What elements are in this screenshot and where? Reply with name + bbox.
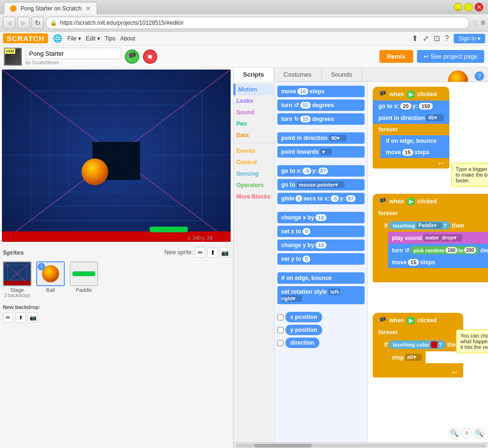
- category-operators[interactable]: Operators: [234, 179, 274, 191]
- category-control[interactable]: Control: [234, 157, 274, 168]
- sprite-thumbnail: v443: [4, 48, 22, 66]
- camera-backdrop-button[interactable]: 📷: [28, 312, 38, 323]
- paddle-sprite-name: Paddle: [76, 287, 92, 293]
- block-goto-xy[interactable]: go to x: -5 y: 87: [277, 165, 365, 177]
- paint-backdrop-button[interactable]: ✏: [3, 312, 13, 323]
- stage-sprite-item[interactable]: Stage 3 backdrops: [3, 261, 31, 298]
- help-icon[interactable]: ?: [445, 34, 449, 43]
- flag-hat-icon-1: 🏴: [378, 90, 386, 98]
- block-move-steps[interactable]: move 10 steps: [277, 86, 365, 97]
- category-motion[interactable]: Motion: [234, 84, 274, 95]
- block-glide[interactable]: glide 1 secs to x: -5 y: 87: [277, 193, 365, 204]
- camera-sprite-button[interactable]: 📷: [220, 247, 230, 258]
- project-author: by Scratchteam: [26, 60, 121, 65]
- category-data[interactable]: Data: [234, 129, 274, 141]
- upload-icon[interactable]: ⬆: [412, 34, 418, 43]
- script-canvas[interactable]: 🏴 when ▶ clicked go to x: 20 y: 150: [368, 82, 488, 442]
- block-set-y[interactable]: set y to 0: [277, 253, 365, 265]
- block-change-y[interactable]: change y by 10: [277, 239, 365, 251]
- tab-title: Pong Starter on Scratch: [20, 5, 81, 12]
- tab-costumes[interactable]: Costumes: [274, 68, 322, 81]
- tab-sounds[interactable]: Sounds: [322, 68, 362, 81]
- block-point-towards[interactable]: point towards ▾: [277, 146, 365, 158]
- category-looks[interactable]: Looks: [234, 95, 274, 107]
- direction-check[interactable]: [277, 340, 284, 346]
- script-group-2: 🏴 when ▶ clicked forever: [373, 194, 488, 282]
- category-sound[interactable]: Sound: [234, 107, 274, 118]
- x-position-check[interactable]: [277, 314, 284, 320]
- script-group-1: 🏴 when ▶ clicked go to x: 20 y: 150: [373, 87, 449, 169]
- upload-backdrop-button[interactable]: ⬆: [15, 312, 26, 323]
- see-project-icon: ↩: [424, 53, 429, 60]
- stage-name: Stage: [10, 287, 24, 293]
- menu-about[interactable]: About: [120, 35, 135, 42]
- zoom-in-button[interactable]: 🔍: [449, 428, 459, 438]
- new-backdrop-label: New backdrop:: [3, 304, 41, 310]
- tab-favicon: [10, 5, 17, 12]
- y-position-check[interactable]: [277, 327, 284, 333]
- paint-sprite-button[interactable]: ✏: [195, 247, 205, 258]
- block-direction[interactable]: direction: [285, 338, 319, 348]
- ball-sprite-name: Ball: [46, 287, 55, 293]
- block-y-position[interactable]: y position: [285, 325, 322, 335]
- flag-icon: 🏴: [127, 52, 137, 61]
- stop-button[interactable]: ⏹: [143, 50, 157, 64]
- upload-sprite-button[interactable]: ⬆: [207, 247, 218, 258]
- block-x-position[interactable]: x position: [285, 312, 322, 322]
- globe-icon[interactable]: 🌐: [53, 34, 62, 43]
- category-events[interactable]: Events: [234, 145, 274, 157]
- block-goto-mouse[interactable]: go to mouse-pointer▾: [277, 179, 365, 190]
- tab-scripts[interactable]: Scripts: [234, 68, 274, 82]
- theater-icon[interactable]: ⊡: [434, 34, 440, 43]
- category-sensing[interactable]: Sensing: [234, 168, 274, 179]
- project-name-input[interactable]: [26, 48, 121, 59]
- category-pen[interactable]: Pen: [234, 118, 274, 129]
- block-turn-cw[interactable]: turn ↻ 15 degrees: [277, 113, 365, 125]
- script-scrollbar[interactable]: [234, 442, 488, 448]
- close-button[interactable]: ✕: [475, 3, 483, 11]
- svg-rect-33: [150, 227, 188, 232]
- see-project-button[interactable]: ↩ See project page: [417, 50, 484, 63]
- block-rotation-style[interactable]: set rotation style left-right▾: [277, 286, 365, 304]
- zoom-controls: 🔍 = 🔍: [449, 428, 484, 438]
- ball-sprite-item[interactable]: i: [36, 261, 65, 293]
- zoom-reset-button[interactable]: =: [461, 428, 472, 438]
- block-if-on-edge[interactable]: if on edge, bounce: [277, 272, 365, 284]
- block-change-x[interactable]: change x by 10: [277, 212, 365, 223]
- svg-rect-43: [4, 281, 30, 285]
- block-turn-ccw[interactable]: turn ↺ 15 degrees: [277, 100, 365, 111]
- menu-icon[interactable]: ≡: [481, 19, 485, 27]
- scratch-logo[interactable]: SCRATCH: [3, 33, 48, 43]
- flag-icon-1: ▶: [407, 91, 415, 98]
- sign-in-button[interactable]: Sign in ▾: [454, 34, 485, 43]
- sprites-title: Sprites: [3, 249, 24, 256]
- forward-button[interactable]: ▶: [17, 17, 30, 29]
- minimize-button[interactable]: _: [454, 3, 462, 11]
- reload-button[interactable]: ↻: [31, 17, 44, 29]
- blocks-list: move 10 steps turn ↺ 15 degrees turn ↻ 1…: [274, 82, 368, 442]
- bookmark-icon[interactable]: ☆: [471, 18, 479, 28]
- zoom-out-button[interactable]: 🔍: [474, 428, 484, 438]
- script-note-3: You can change what happens when it hits…: [456, 329, 488, 353]
- menu-file[interactable]: File ▾: [67, 35, 81, 42]
- new-sprite-label: New sprite:: [164, 249, 193, 256]
- back-button[interactable]: ◀: [3, 17, 15, 29]
- svg-point-31: [81, 159, 108, 185]
- paddle-sprite-item[interactable]: Paddle: [70, 261, 98, 293]
- address-bar-text[interactable]: https://scratch.mit.edu/projects/1012851…: [60, 20, 465, 26]
- menu-tips[interactable]: Tips: [105, 35, 115, 42]
- green-flag-button[interactable]: 🏴: [125, 50, 139, 64]
- menu-edit[interactable]: Edit ▾: [86, 35, 100, 42]
- stage-backdrops: 3 backdrops: [4, 293, 30, 298]
- stage-svg: x: 240 y: 28: [2, 70, 231, 242]
- stop-icon: ⏹: [147, 53, 153, 60]
- fullscreen-icon[interactable]: ⤢: [423, 34, 429, 43]
- tab-close-icon[interactable]: ✕: [85, 5, 91, 12]
- block-set-x[interactable]: set x to 0: [277, 226, 365, 237]
- maximize-button[interactable]: [464, 3, 473, 11]
- category-more-blocks[interactable]: More Blocks: [234, 191, 274, 202]
- block-point-direction[interactable]: point in direction 90▾: [277, 132, 365, 144]
- browser-tab[interactable]: Pong Starter on Scratch ✕: [4, 2, 97, 14]
- help-button[interactable]: ?: [475, 71, 484, 81]
- remix-button[interactable]: Remix: [379, 50, 413, 63]
